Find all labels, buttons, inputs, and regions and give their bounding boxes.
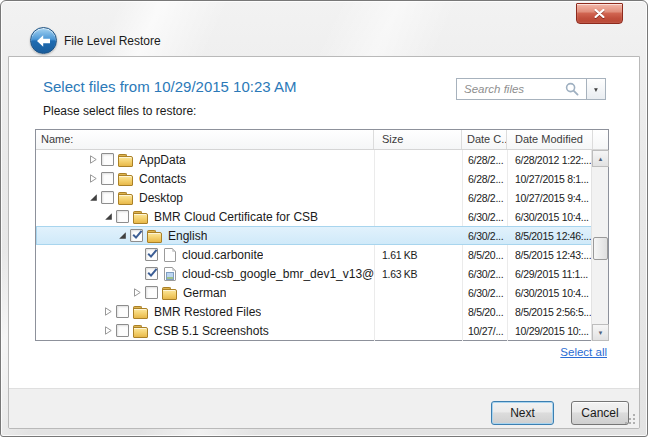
row-checkbox-unchecked[interactable] (101, 191, 114, 204)
resize-grip[interactable] (624, 413, 636, 425)
file-level-restore-window: File Level Restore Select files from 10/… (0, 0, 648, 437)
cell-date-created: 6/28/2... (462, 173, 507, 185)
tree-row[interactable]: cloud.carbonite1.61 KB8/5/20...8/5/2015 … (36, 245, 593, 264)
dialog-footer: Next Cancel (9, 388, 639, 428)
next-button[interactable]: Next (491, 401, 554, 425)
row-checkbox-checked[interactable] (145, 267, 158, 280)
page-heading: Select files from 10/29/2015 10:23 AM (43, 78, 296, 95)
expander-spacer (133, 250, 142, 259)
cancel-button[interactable]: Cancel (571, 401, 629, 425)
tree-row[interactable]: German6/30/2...6/30/2015 10:4... (36, 283, 593, 302)
column-header-size[interactable]: Size (374, 130, 462, 149)
row-checkbox-unchecked[interactable] (116, 324, 129, 337)
folder-icon (162, 286, 178, 300)
select-all-link[interactable]: Select all (560, 346, 607, 358)
cell-date-modified: 6/30/2015 10:4... (507, 287, 593, 299)
row-checkbox-checked[interactable] (130, 229, 143, 242)
row-label: CSB 5.1 Screenshots (154, 324, 269, 338)
chevron-down-icon: ▼ (593, 85, 599, 92)
tree-row[interactable]: AppData6/28/2...6/28/2012 1:22:... (36, 150, 593, 169)
cell-date-modified: 10/29/2015 10:... (507, 325, 593, 337)
row-label: BMR Restored Files (154, 305, 261, 319)
row-checkbox-unchecked[interactable] (101, 153, 114, 166)
vertical-scrollbar[interactable]: ▲ ▼ (591, 150, 608, 341)
close-icon (594, 9, 605, 18)
row-label: AppData (139, 153, 186, 167)
row-label: BMR Cloud Certificate for CSB (154, 210, 318, 224)
cell-date-modified: 6/28/2012 1:22:... (507, 154, 593, 166)
search-box: ▼ (456, 78, 606, 100)
cell-date-created: 6/28/2... (462, 154, 507, 166)
search-dropdown-button[interactable]: ▼ (586, 78, 606, 100)
row-checkbox-unchecked[interactable] (101, 172, 114, 185)
table-body: AppData6/28/2...6/28/2012 1:22:...Contac… (36, 150, 608, 341)
row-label: Desktop (139, 191, 183, 205)
row-checkbox-unchecked[interactable] (116, 305, 129, 318)
expander-collapsed-icon[interactable] (89, 174, 98, 183)
folder-icon (133, 210, 149, 224)
cell-date-created: 6/30/2... (462, 230, 507, 242)
cell-date-created: 6/30/2... (462, 211, 507, 223)
folder-icon (118, 172, 134, 186)
cell-size: 1.61 KB (374, 249, 462, 261)
expander-expanded-icon[interactable] (89, 193, 98, 202)
row-checkbox-unchecked[interactable] (116, 210, 129, 223)
scroll-down-button[interactable]: ▼ (592, 324, 609, 341)
row-label: cloud.carbonite (182, 248, 263, 262)
row-checkbox-checked[interactable] (145, 248, 158, 261)
cell-date-created: 8/5/20... (462, 306, 507, 318)
file-icon (164, 248, 176, 262)
dialog-client-area: Select files from 10/29/2015 10:23 AM ▼ … (8, 56, 640, 429)
tree-row[interactable]: Desktop6/28/2...10/27/2015 9:4... (36, 188, 593, 207)
cell-date-modified: 8/5/2015 2:56:5... (507, 306, 593, 318)
cell-date-modified: 6/30/2015 10:4... (507, 211, 593, 223)
tree-row[interactable]: BMR Restored Files8/5/20...8/5/2015 2:56… (36, 302, 593, 321)
cell-date-modified: 10/27/2015 8:1... (507, 173, 593, 185)
tree-row[interactable]: Contacts6/28/2...10/27/2015 8:1... (36, 169, 593, 188)
tree-row[interactable]: cloud-csb_google_bmr_dev1_v13@z...1.63 K… (36, 264, 593, 283)
close-button[interactable] (576, 3, 623, 24)
folder-icon (147, 229, 163, 243)
scroll-down-icon: ▼ (598, 330, 604, 336)
column-header-datem[interactable]: Date Modified (507, 130, 593, 149)
cell-date-created: 10/27/... (462, 325, 507, 337)
table-header: Name:SizeDate C...Date Modified (36, 130, 608, 150)
expander-collapsed-icon[interactable] (104, 326, 113, 335)
scroll-up-button[interactable]: ▲ (592, 150, 609, 167)
column-header-name[interactable]: Name: (36, 130, 374, 149)
instruction-text: Please select files to restore: (43, 104, 196, 118)
cell-date-created: 6/30/2... (462, 268, 507, 280)
cell-date-created: 8/5/20... (462, 249, 507, 261)
scroll-up-icon: ▲ (598, 156, 604, 162)
expander-spacer (133, 269, 142, 278)
expander-expanded-icon[interactable] (118, 231, 127, 240)
cell-date-created: 6/28/2... (462, 192, 507, 204)
scrollbar-thumb[interactable] (593, 237, 608, 260)
cell-date-modified: 6/29/2015 11:1... (507, 268, 593, 280)
cell-date-modified: 10/27/2015 9:4... (507, 192, 593, 204)
row-label: Contacts (139, 172, 186, 186)
cell-size: 1.63 KB (374, 268, 462, 280)
folder-icon (133, 305, 149, 319)
tree-row[interactable]: CSB 5.1 Screenshots10/27/...10/29/2015 1… (36, 321, 593, 340)
window-titlebar[interactable] (7, 1, 567, 23)
folder-icon (118, 191, 134, 205)
tree-row[interactable]: BMR Cloud Certificate for CSB6/30/2...6/… (36, 207, 593, 226)
back-arrow-icon (36, 34, 51, 48)
cell-date-modified: 8/5/2015 12:46:... (507, 230, 593, 242)
column-header-filler (593, 130, 610, 149)
image-file-icon (164, 267, 176, 281)
search-icon (565, 82, 580, 97)
back-button[interactable] (30, 27, 57, 54)
expander-expanded-icon[interactable] (104, 212, 113, 221)
expander-collapsed-icon[interactable] (89, 155, 98, 164)
file-tree-table: Name:SizeDate C...Date Modified AppData6… (35, 129, 609, 341)
expander-collapsed-icon[interactable] (104, 307, 113, 316)
row-checkbox-unchecked[interactable] (145, 286, 158, 299)
folder-icon (118, 153, 134, 167)
window-title: File Level Restore (64, 34, 161, 48)
row-label: German (183, 286, 226, 300)
tree-row[interactable]: English6/30/2...8/5/2015 12:46:... (36, 226, 593, 245)
column-header-datec[interactable]: Date C... (462, 130, 507, 149)
expander-collapsed-icon[interactable] (133, 288, 142, 297)
